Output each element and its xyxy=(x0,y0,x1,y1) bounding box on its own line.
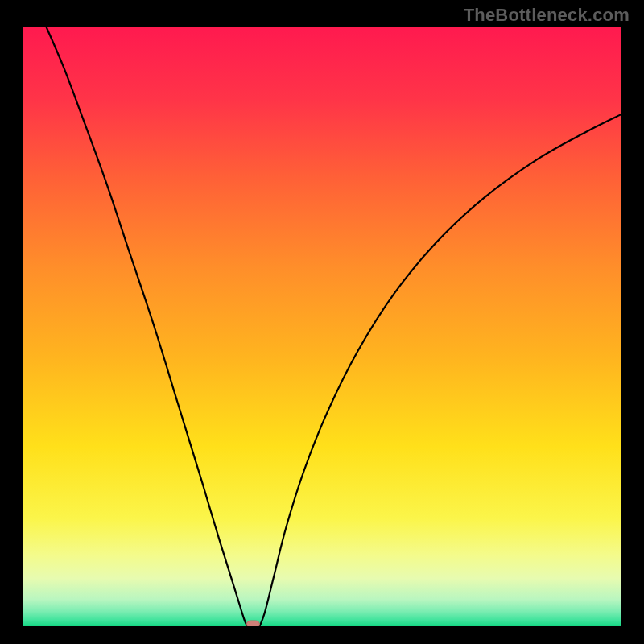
chart-frame: { "watermark": "TheBottleneck.com", "col… xyxy=(0,0,644,644)
plot-background xyxy=(23,27,621,626)
watermark-text: TheBottleneck.com xyxy=(464,5,630,26)
chart-svg xyxy=(0,0,644,644)
